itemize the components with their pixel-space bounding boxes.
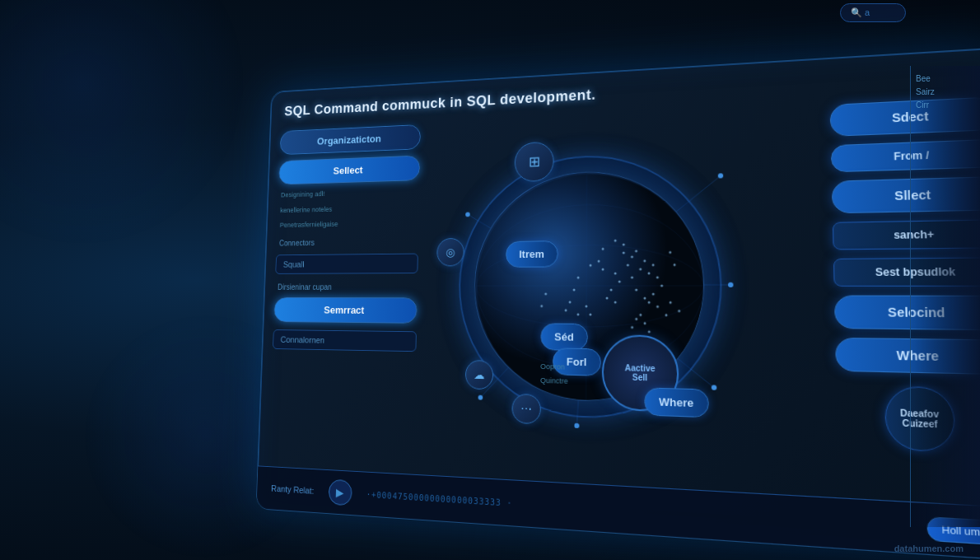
svg-point-9 — [712, 385, 717, 390]
svg-point-29 — [648, 301, 651, 304]
edge-line-3: Cirr — [916, 99, 975, 112]
connectors-input[interactable]: Squall — [275, 253, 418, 273]
search-top-bar: 🔍 a — [840, 3, 906, 22]
svg-point-20 — [652, 264, 655, 266]
svg-point-10 — [478, 395, 483, 400]
option-label: Oopron — [540, 362, 565, 371]
svg-point-54 — [544, 292, 547, 295]
monitor-panel: SQL Command commuck in SQL development. … — [256, 47, 980, 560]
bottom-bar-label: Ranty Relat: — [271, 483, 314, 496]
svg-point-21 — [656, 276, 659, 278]
svg-point-53 — [576, 313, 579, 315]
page-title: SQL Command commuck in SQL development. — [284, 86, 595, 119]
globe-ring — [457, 151, 724, 422]
svg-point-17 — [639, 268, 642, 270]
svg-point-7 — [718, 173, 723, 178]
description-3: Penetrasfernieligaise — [277, 218, 418, 231]
svg-point-22 — [614, 273, 617, 275]
itrem-button[interactable]: Itrem — [506, 240, 558, 268]
svg-point-43 — [674, 264, 676, 266]
svg-point-56 — [670, 301, 672, 304]
quantity-label: Quinctre — [540, 376, 568, 385]
svg-point-23 — [618, 280, 621, 282]
svg-point-18 — [647, 272, 650, 274]
ring-icon-node[interactable]: ◎ — [436, 238, 464, 266]
svg-point-49 — [569, 301, 572, 303]
svg-point-6 — [465, 212, 470, 217]
bottom-code: ·+00047500000000000033333 · — [366, 490, 513, 508]
svg-point-41 — [590, 264, 592, 267]
svg-point-26 — [652, 293, 655, 296]
svg-point-55 — [540, 305, 543, 307]
globe-area: ⊞ ◎ ☁ ⋯ Itrem Séd Forl Aactive Sell Oopr… — [418, 108, 769, 469]
svg-point-45 — [573, 289, 576, 292]
svg-point-11 — [574, 423, 579, 428]
svg-point-16 — [643, 259, 646, 262]
svg-point-8 — [728, 282, 734, 287]
sed-button[interactable]: Séd — [540, 323, 587, 351]
dropdown-label: Dirsieninar cupan — [275, 282, 418, 291]
arrow-button[interactable]: ▶ — [328, 479, 352, 506]
svg-point-24 — [631, 276, 633, 278]
description-1: Designining adl! — [278, 186, 420, 199]
bottom-input[interactable]: Connalornen — [273, 329, 417, 352]
connectors-label: Connectors — [276, 237, 418, 247]
bg-glow-1 — [0, 0, 247, 247]
dots-icon-node[interactable]: ⋯ — [511, 394, 540, 424]
svg-point-32 — [606, 297, 609, 300]
edge-line-1: Bee — [916, 72, 975, 86]
where-bottom-button[interactable]: Where — [644, 387, 708, 418]
left-sidebar: Organizaticton Sellect Designining adl! … — [273, 124, 421, 352]
svg-point-40 — [602, 268, 604, 271]
organize-button[interactable]: Organizaticton — [279, 124, 421, 155]
svg-point-31 — [610, 289, 613, 292]
search-icon: 🔍 — [851, 7, 862, 17]
semrract-button[interactable]: Semrract — [273, 297, 417, 324]
select-button[interactable]: Sellect — [278, 156, 420, 185]
edge-line-2: Sairz — [916, 86, 975, 99]
svg-point-30 — [656, 306, 659, 308]
svg-point-14 — [631, 255, 633, 258]
search-placeholder: a — [865, 7, 870, 17]
watermark: datahumen.com — [894, 544, 964, 553]
svg-point-39 — [598, 260, 600, 263]
svg-point-50 — [565, 309, 567, 311]
scene-container: 🔍 a SQL Command commuck in SQL developme… — [0, 0, 980, 560]
bottom-bar: Ranty Relat: ▶ ·+00047500000000000033333… — [256, 465, 980, 560]
svg-point-19 — [627, 264, 629, 266]
svg-point-52 — [589, 313, 591, 315]
svg-point-28 — [635, 289, 637, 292]
svg-point-33 — [614, 301, 617, 304]
right-edge-panel: Bee Sairz Cirr — [910, 66, 980, 527]
cloud-icon-node[interactable]: ☁ — [465, 360, 494, 390]
svg-point-27 — [643, 297, 646, 300]
svg-point-44 — [577, 277, 580, 279]
description-2: kenellerine noteles — [278, 203, 419, 216]
